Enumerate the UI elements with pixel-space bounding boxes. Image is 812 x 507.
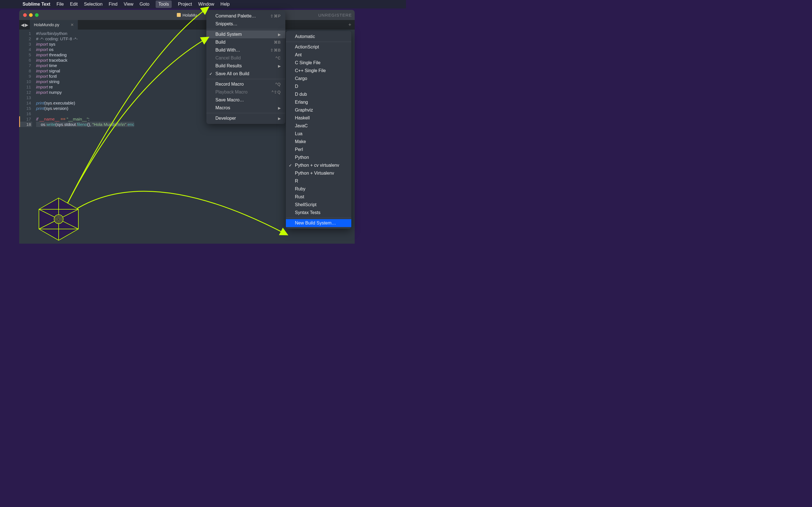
new-tab-button[interactable]: + xyxy=(345,20,355,30)
build-item[interactable]: Automatic xyxy=(286,33,351,41)
shortcut-label: ⇧⌘B xyxy=(270,48,281,52)
maximize-button[interactable] xyxy=(35,13,39,17)
tab-close-icon[interactable]: ✕ xyxy=(70,22,74,27)
build-item[interactable]: Make xyxy=(286,138,351,146)
build-item[interactable]: Ant xyxy=(286,51,351,59)
tools-item: Cancel Build^C xyxy=(206,54,285,62)
check-icon: ✓ xyxy=(289,163,292,168)
menu-item-label: Python + cv virtualenv xyxy=(295,163,339,168)
menu-item-label: Ruby xyxy=(295,186,305,191)
build-item[interactable]: ActionScript xyxy=(286,43,351,51)
menu-item-label: Build Results xyxy=(215,63,242,68)
build-system-submenu: AutomaticActionScriptAntC Single FileC++… xyxy=(286,31,351,229)
build-item[interactable]: Ruby xyxy=(286,185,351,193)
menu-project[interactable]: Project xyxy=(178,2,192,7)
menu-item-label: C Single File xyxy=(295,60,320,65)
menu-item-label: C++ Single File xyxy=(295,68,326,73)
tools-item[interactable]: ✓Save All on Build xyxy=(206,70,285,78)
tools-item[interactable]: Macros▶ xyxy=(206,104,285,112)
tools-item[interactable]: Build⌘B xyxy=(206,38,285,46)
shortcut-label: ^C xyxy=(275,56,281,60)
build-item[interactable]: C Single File xyxy=(286,59,351,67)
menu-item-label: Build xyxy=(215,40,225,45)
tools-item[interactable]: Developer▶ xyxy=(206,114,285,122)
minimize-button[interactable] xyxy=(29,13,33,17)
submenu-arrow-icon: ▶ xyxy=(278,106,281,110)
build-item[interactable]: Cargo xyxy=(286,75,351,82)
build-item[interactable]: Rust xyxy=(286,193,351,201)
code-content[interactable]: #!/usr/bin/python# -*- coding: UTF-8 -*-… xyxy=(36,31,134,127)
build-item[interactable]: ShellScript xyxy=(286,201,351,209)
menu-item-label: Graphviz xyxy=(295,108,313,113)
build-item[interactable]: New Build System… xyxy=(286,219,351,227)
build-item[interactable]: C++ Single File xyxy=(286,67,351,75)
menu-item-label: Build With… xyxy=(215,48,240,53)
build-item[interactable]: Haskell xyxy=(286,114,351,122)
menu-item-label: Snippets… xyxy=(215,21,238,26)
shortcut-label: ^Q xyxy=(275,82,281,87)
menu-item-label: D xyxy=(295,84,298,89)
menu-item-label: ShellScript xyxy=(295,202,316,207)
menu-tools[interactable]: Tools xyxy=(156,1,172,8)
menu-view[interactable]: View xyxy=(124,2,133,7)
menu-item-label: Erlang xyxy=(295,100,308,105)
tools-item[interactable]: Build System▶ xyxy=(206,31,285,38)
menu-item-label: New Build System… xyxy=(295,221,336,226)
build-item[interactable]: JavaC xyxy=(286,122,351,130)
build-item[interactable]: R xyxy=(286,177,351,185)
build-item[interactable]: Python + Virtualenv xyxy=(286,169,351,177)
menu-item-label: Python xyxy=(295,155,309,160)
macos-menubar: Sublime Text File Edit Selection Find Vi… xyxy=(0,0,406,8)
tools-item[interactable]: Command Palette…⇧⌘P xyxy=(206,12,285,20)
tab-label: HolaMundo.py xyxy=(34,22,59,27)
menu-help[interactable]: Help xyxy=(220,2,230,7)
hex-logo-icon xyxy=(36,196,81,242)
menu-item-label: Macros xyxy=(215,105,230,110)
build-item[interactable]: Perl xyxy=(286,146,351,154)
tools-item[interactable]: Build With…⇧⌘B xyxy=(206,46,285,54)
tab-prev-icon[interactable]: ◀ xyxy=(21,22,24,27)
menu-app[interactable]: Sublime Text xyxy=(22,2,50,7)
tab-holamundo[interactable]: HolaMundo.py ✕ xyxy=(30,20,78,30)
close-button[interactable] xyxy=(23,13,27,17)
menu-window[interactable]: Window xyxy=(198,2,214,7)
menu-item-label: R xyxy=(295,179,298,184)
tools-item[interactable]: Record Macro^Q xyxy=(206,80,285,88)
tools-item[interactable]: Snippets… xyxy=(206,20,285,28)
build-item[interactable]: Lua xyxy=(286,130,351,138)
shortcut-label: ^⇧Q xyxy=(272,90,281,94)
tools-item[interactable]: Save Macro… xyxy=(206,96,285,104)
build-item[interactable]: Python xyxy=(286,154,351,161)
menu-item-label: Cancel Build xyxy=(215,55,241,61)
tab-nav[interactable]: ◀ ▶ xyxy=(19,20,30,30)
menu-item-label: Developer xyxy=(215,116,236,121)
build-item[interactable]: Erlang xyxy=(286,98,351,106)
build-item[interactable]: D dub xyxy=(286,91,351,98)
menu-item-label: ActionScript xyxy=(295,45,319,50)
tools-dropdown: Command Palette…⇧⌘PSnippets…Build System… xyxy=(206,10,285,124)
menu-selection[interactable]: Selection xyxy=(84,2,103,7)
submenu-arrow-icon: ▶ xyxy=(278,64,281,68)
menu-item-label: Python + Virtualenv xyxy=(295,171,334,176)
tools-item[interactable]: Build Results▶ xyxy=(206,62,285,70)
svg-point-6 xyxy=(54,215,63,224)
build-item[interactable]: Graphviz xyxy=(286,106,351,114)
menu-item-label: Command Palette… xyxy=(215,13,256,18)
titlebar: HolaMu UNREGISTERE xyxy=(19,10,355,20)
menu-file[interactable]: File xyxy=(56,2,64,7)
menu-item-label: Rust xyxy=(295,194,304,200)
menu-find[interactable]: Find xyxy=(109,2,117,7)
menu-edit[interactable]: Edit xyxy=(70,2,78,7)
build-item[interactable]: D xyxy=(286,82,351,91)
window-title: HolaMu xyxy=(177,13,197,17)
traffic-lights xyxy=(19,13,39,17)
menu-item-label: Automatic xyxy=(295,34,315,39)
menu-item-label: Perl xyxy=(295,147,303,152)
tab-bar: ◀ ▶ HolaMundo.py ✕ + xyxy=(19,20,355,30)
build-item[interactable]: Syntax Tests xyxy=(286,209,351,217)
build-item[interactable]: ✓Python + cv virtualenv xyxy=(286,161,351,169)
shortcut-label: ⇧⌘P xyxy=(270,14,281,18)
menu-item-label: Save All on Build xyxy=(215,71,249,76)
tab-next-icon[interactable]: ▶ xyxy=(25,22,28,27)
menu-goto[interactable]: Goto xyxy=(140,2,149,7)
